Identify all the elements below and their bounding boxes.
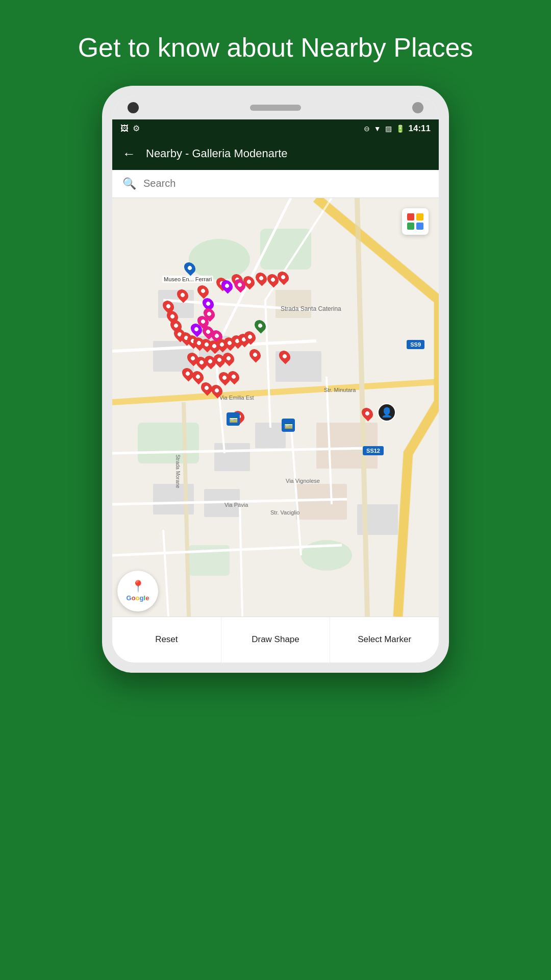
draw-shape-button[interactable]: Draw Shape	[221, 617, 331, 663]
grid-dot-red	[407, 213, 414, 220]
search-input[interactable]	[143, 178, 429, 189]
select-marker-button[interactable]: Select Marker	[330, 617, 439, 663]
phone-top-physical	[112, 96, 439, 119]
svg-rect-3	[138, 423, 199, 463]
phone-device: 🖼 ⚙ ⊖ ▼ ▨ 🔋 14:11 ← Nearby - Galleria Mo…	[102, 86, 449, 673]
google-text: Google	[127, 594, 149, 602]
ss12-badge: SS12	[363, 446, 384, 455]
road-label-vaciglio: Str. Vaciglio	[270, 509, 299, 516]
reset-button[interactable]: Reset	[112, 617, 221, 663]
grid-dot-green	[407, 223, 414, 230]
svg-rect-16	[296, 484, 347, 520]
speaker	[250, 105, 301, 111]
sensor	[412, 102, 423, 113]
battery-icon: 🔋	[396, 125, 405, 133]
svg-rect-11	[316, 423, 378, 469]
search-icon: 🔍	[122, 177, 136, 190]
app-bar: ← Nearby - Galleria Modenarte	[112, 138, 439, 170]
draw-shape-label: Draw Shape	[252, 634, 299, 645]
google-pins-icon: 📍	[131, 580, 145, 593]
phone-screen: 🖼 ⚙ ⊖ ▼ ▨ 🔋 14:11 ← Nearby - Galleria Mo…	[112, 96, 439, 663]
app-title: Nearby - Galleria Modenarte	[146, 147, 288, 160]
road-label-vignolese: Via Vignolese	[286, 478, 320, 484]
wifi-icon: ▼	[374, 125, 381, 133]
svg-point-1	[189, 239, 250, 280]
hero-text: Get to know about Nearby Places	[37, 0, 514, 86]
camera	[128, 102, 139, 113]
map-container[interactable]: Museo En... Ferrari Strada Santa Caterin…	[112, 198, 439, 617]
tram-icon-1: 🚃	[227, 412, 240, 426]
status-time: 14:11	[409, 124, 431, 134]
status-bar: 🖼 ⚙ ⊖ ▼ ▨ 🔋 14:11	[112, 119, 439, 138]
mute-icon: ⊖	[364, 125, 370, 133]
google-logo: 📍 Google	[117, 571, 158, 611]
status-right-area: ⊖ ▼ ▨ 🔋 14:11	[364, 124, 431, 134]
grid-dot-blue	[416, 223, 423, 230]
road-label-minutara: Str. Minutara	[324, 387, 356, 393]
ss9-badge: SS9	[407, 340, 424, 349]
road-label-emilia: Via Emilia Est	[219, 395, 254, 401]
road-label-pavia: Via Pavia	[224, 502, 248, 508]
tram-icon-2: 🚃	[282, 419, 295, 432]
road-label-morane: Strada Morane	[175, 454, 181, 488]
select-marker-label: Select Marker	[358, 634, 411, 645]
search-bar[interactable]: 🔍	[112, 170, 439, 198]
reset-label: Reset	[155, 634, 178, 645]
museum-label: Museo En... Ferrari	[162, 276, 213, 283]
settings-status-icon: ⚙	[133, 124, 140, 133]
map-layers-button[interactable]	[402, 208, 429, 235]
status-left-icons: 🖼 ⚙	[120, 124, 140, 133]
image-status-icon: 🖼	[120, 124, 129, 133]
person-pin[interactable]: 👤	[378, 403, 396, 422]
back-button[interactable]: ←	[122, 146, 136, 162]
bottom-toolbar: Reset Draw Shape Select Marker	[112, 617, 439, 663]
grid-dot-yellow	[416, 213, 423, 220]
svg-rect-10	[276, 290, 311, 318]
road-label-caterina: Strada Santa Caterina	[281, 305, 341, 312]
svg-rect-13	[214, 443, 250, 471]
svg-rect-2	[260, 229, 311, 270]
signal-icon: ▨	[385, 125, 392, 133]
